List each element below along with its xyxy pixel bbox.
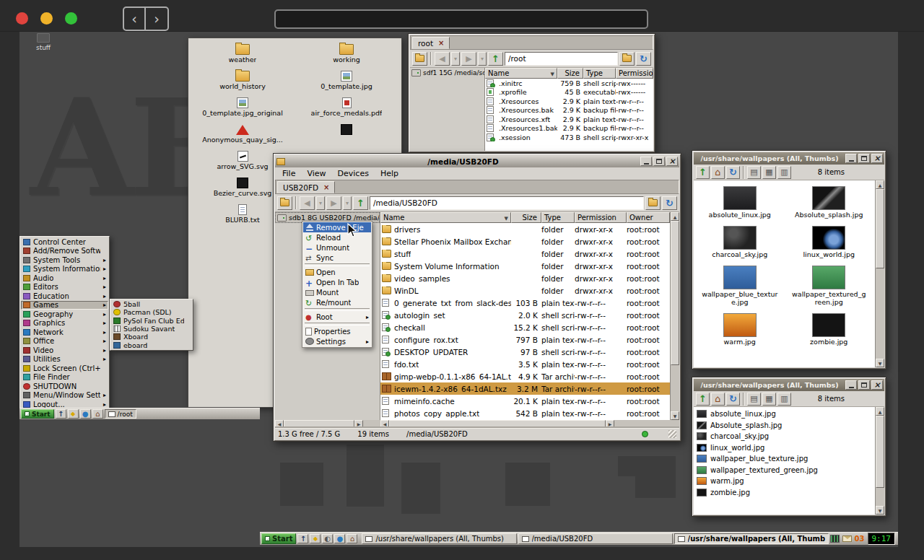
desktop-file-icon[interactable]: 0_template.jpg: [297, 71, 396, 97]
cpu-monitor-icon[interactable]: [830, 535, 840, 543]
close-button[interactable]: [871, 380, 883, 390]
scroll-left-icon[interactable]: [275, 420, 284, 428]
file-row[interactable]: .Xresources1.bak 2.9 K backup file -rw-r…: [485, 124, 653, 134]
bookmarks-button[interactable]: [645, 196, 661, 210]
context-menu-item[interactable]: Properties: [303, 326, 371, 336]
forward-button[interactable]: [326, 196, 341, 210]
context-menu-item[interactable]: Sync: [303, 253, 371, 263]
panel-horizontal-scrollbar[interactable]: [275, 420, 380, 428]
title-bar[interactable]: /usr/share/wallpapers (All, Thumbs): [694, 379, 884, 391]
maximize-button[interactable]: [858, 380, 870, 390]
refresh-button[interactable]: [726, 166, 740, 179]
wallpaper-thumbnail-item[interactable]: zombie.jpg: [785, 313, 874, 346]
forward-history-dropdown[interactable]: [343, 196, 352, 210]
menu-item[interactable]: View: [302, 168, 331, 179]
scroll-down-icon[interactable]: [876, 506, 884, 515]
tab-close-icon[interactable]: ×: [323, 183, 329, 191]
home-button[interactable]: [711, 166, 725, 179]
close-button[interactable]: [871, 154, 883, 163]
browser-icon[interactable]: [80, 409, 91, 419]
file-row[interactable]: autologin_set 2.0 K shell script -rw-r--…: [380, 309, 670, 321]
address-input[interactable]: [505, 52, 618, 66]
file-row[interactable]: icewm-1.4.2-x86_64-1dAL.txz 3.2 M Tar ar…: [380, 382, 670, 395]
scroll-up-icon[interactable]: [671, 212, 679, 221]
file-row[interactable]: .Xresources.bak 2.9 K backup file -rw-r-…: [485, 106, 653, 115]
address-input[interactable]: [370, 196, 644, 210]
start-menu-item[interactable]: System Information: [21, 265, 108, 274]
wallpaper-thumbnail-item[interactable]: charcoal_sky.jpg: [695, 226, 785, 259]
taskbar-clock[interactable]: 9:17: [868, 533, 896, 545]
wallpaper-list-item[interactable]: wallpaper_blue_texture.jpg: [694, 453, 875, 465]
context-menu-item[interactable]: Re/mount: [303, 297, 371, 307]
wallpaper-thumbnail-item[interactable]: linux_world.jpg: [785, 226, 874, 259]
context-menu-item[interactable]: Open: [303, 267, 371, 277]
context-menu-item[interactable]: [305, 323, 370, 325]
wallpaper-list-item[interactable]: linux_world.jpg: [694, 442, 875, 454]
vertical-scrollbar[interactable]: [875, 180, 884, 367]
tab-usb20fd[interactable]: USB20FD ×: [277, 181, 335, 193]
new-tab-button[interactable]: [277, 196, 292, 210]
desktop-file-icon[interactable]: [297, 124, 396, 151]
browser-icon[interactable]: [334, 534, 345, 543]
column-header-owner[interactable]: Owner: [627, 212, 670, 223]
back-button[interactable]: [300, 196, 315, 210]
home-icon[interactable]: [92, 409, 103, 419]
wallpaper-list-item[interactable]: Absolute_splash.jpg: [694, 420, 875, 432]
context-menu-item[interactable]: Unmount: [303, 242, 371, 253]
start-button[interactable]: Start: [261, 533, 296, 544]
menu-item[interactable]: Devices: [333, 168, 374, 179]
submenu-item[interactable]: Sudoku Savant: [111, 325, 192, 333]
column-header-permission[interactable]: Permission: [616, 68, 653, 79]
start-menu-item[interactable]: Audio: [21, 274, 108, 283]
context-menu-item[interactable]: [305, 308, 370, 311]
back-history-dropdown[interactable]: [451, 52, 460, 66]
start-button[interactable]: Start: [21, 409, 54, 419]
tab-root[interactable]: root ×: [412, 37, 450, 49]
file-row[interactable]: .Xresources 2.9 K plain text c -rw-r--r-…: [485, 97, 653, 106]
desktop-file-icon[interactable]: Anonymous_quay_sig...: [193, 124, 292, 151]
forward-button[interactable]: [461, 52, 476, 66]
scroll-down-icon[interactable]: [671, 411, 679, 420]
title-bar[interactable]: /media/USB20FD: [275, 155, 679, 167]
start-menu-item[interactable]: Control Center: [21, 237, 108, 247]
mail-icon[interactable]: [842, 535, 852, 542]
scrollbar-thumb[interactable]: [876, 189, 884, 268]
file-row[interactable]: gimp-webp-0.1.1-x86_64-1AL.txz 4.9 K Tar…: [380, 370, 670, 382]
desktop-file-icon[interactable]: weather: [193, 44, 292, 71]
start-menu-item[interactable]: Graphics: [21, 319, 108, 328]
show-desktop-icon[interactable]: [297, 534, 308, 543]
thumbnail-view-button[interactable]: [762, 166, 776, 179]
desktop-file-icon[interactable]: world_history: [193, 71, 292, 97]
wallpaper-list-item[interactable]: wallpaper_textured_green.jpg: [694, 465, 875, 476]
list-horizontal-scrollbar[interactable]: [380, 420, 679, 428]
file-row[interactable]: .xprofile 45 B executable -rwx------: [485, 88, 653, 97]
submenu-item[interactable]: PySol Fan Club Edition: [111, 317, 192, 325]
wallpaper-thumbnail-item[interactable]: wallpaper_textured_green.jpg: [785, 266, 874, 307]
device-panel-item[interactable]: sdf1 15G /media/sdf1-usb-: [410, 68, 485, 151]
list-view-button[interactable]: [747, 393, 761, 406]
show-desktop-icon[interactable]: [56, 409, 66, 419]
context-menu-item[interactable]: Open In Tab: [303, 277, 371, 287]
desktop-icon-stuff[interactable]: stuff: [27, 33, 59, 51]
context-menu-item[interactable]: Mount: [303, 287, 371, 297]
scrollbar-thumb[interactable]: [671, 221, 679, 365]
up-button[interactable]: [488, 52, 503, 66]
quick-launch-icon[interactable]: [68, 409, 79, 419]
scroll-up-icon[interactable]: [876, 407, 884, 416]
address-search-input[interactable]: [274, 9, 648, 29]
context-menu-item[interactable]: Settings: [303, 336, 371, 346]
file-row[interactable]: .Xresources.xft 2.9 K plain text c -rw-r…: [485, 115, 653, 124]
file-row[interactable]: Stellar Phoenix Mailbox Exchange R... fo…: [380, 235, 670, 248]
context-menu-item[interactable]: Remove / Eject: [303, 222, 371, 232]
refresh-button[interactable]: [726, 393, 740, 406]
taskbar-task[interactable]: /media/USB20FD: [518, 533, 673, 544]
start-menu-item[interactable]: SHUTDOWN: [21, 382, 108, 391]
close-traffic-light[interactable]: [16, 12, 28, 25]
list-view-button[interactable]: [747, 166, 761, 179]
submenu-item[interactable]: Xboard: [111, 333, 192, 341]
tab-close-icon[interactable]: ×: [438, 39, 444, 47]
scroll-down-icon[interactable]: [876, 359, 884, 367]
vertical-scrollbar[interactable]: [875, 407, 884, 515]
file-row[interactable]: .xinitrc 759 B shell script -rwx------: [485, 79, 653, 88]
file-row[interactable]: DESKTOP_UPDATER 97 B shell script -rw-r-…: [380, 346, 670, 358]
